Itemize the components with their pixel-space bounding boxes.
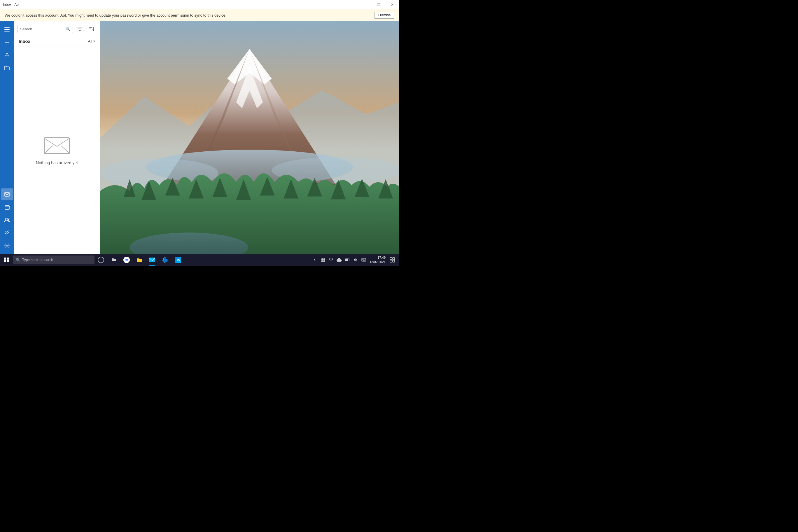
svg-rect-61	[393, 260, 395, 262]
filter-icon-btn[interactable]	[75, 24, 84, 34]
cortana-button[interactable]	[95, 254, 107, 266]
empty-envelope-icon	[44, 135, 70, 156]
taskbar-search[interactable]: 🔍 Type here to search	[13, 255, 95, 264]
svg-rect-55	[363, 260, 364, 261]
mail-window: Inbox - Aol — ❐ ✕ We couldn't access thi…	[0, 0, 399, 254]
svg-rect-47	[323, 260, 325, 262]
search-input[interactable]	[20, 27, 63, 31]
mountain-scene	[100, 21, 399, 254]
folder-nav-icon[interactable]	[1, 62, 13, 74]
notification-message: We couldn't access this account: Aol. Yo…	[5, 13, 226, 18]
search-icon: 🔍	[65, 26, 70, 31]
svg-rect-2	[4, 31, 10, 32]
svg-point-41	[126, 259, 128, 261]
title-bar-controls: — ❐ ✕	[359, 0, 399, 10]
cortana-icon	[98, 256, 104, 263]
svg-rect-58	[390, 258, 392, 260]
taskbar-search-placeholder: Type here to search	[22, 258, 53, 262]
svg-rect-0	[4, 27, 10, 28]
search-box[interactable]: 🔍	[18, 25, 73, 33]
mail-nav-icon[interactable]	[1, 188, 13, 200]
dismiss-button[interactable]: Dismiss	[375, 12, 394, 19]
battery-icon[interactable]	[344, 256, 351, 263]
svg-rect-16	[44, 138, 70, 153]
svg-rect-53	[365, 259, 365, 260]
chrome-icon	[124, 256, 130, 263]
inbox-title: Inbox	[19, 39, 30, 44]
svg-rect-54	[362, 260, 363, 261]
svg-rect-8	[5, 192, 10, 196]
svg-rect-1	[4, 29, 10, 30]
taskbar-settings-icon[interactable]	[319, 256, 326, 263]
svg-rect-59	[393, 258, 395, 260]
svg-rect-46	[321, 260, 323, 262]
main-layout: 🔍 Inbox	[0, 21, 399, 254]
store-app[interactable]: 🛍	[171, 254, 184, 266]
svg-point-13	[5, 218, 7, 220]
maximize-button[interactable]: ❐	[372, 0, 385, 10]
empty-inbox-state: Nothing has arrived yet	[14, 46, 100, 254]
system-clock[interactable]: 17:49 12/02/2021	[368, 255, 387, 265]
svg-rect-9	[5, 206, 10, 209]
svg-rect-57	[363, 261, 365, 261]
notification-center-button[interactable]	[388, 254, 397, 266]
account-icon[interactable]	[1, 49, 13, 61]
start-button[interactable]	[0, 254, 13, 266]
content-area	[100, 21, 399, 254]
cloud-icon[interactable]	[336, 256, 343, 263]
svg-rect-42	[149, 258, 155, 262]
tasks-icon[interactable]	[1, 227, 13, 239]
chrome-app[interactable]	[120, 254, 133, 266]
file-explorer-app[interactable]	[133, 254, 146, 266]
compose-button[interactable]	[1, 36, 13, 48]
svg-rect-52	[363, 259, 364, 260]
keyboard-icon[interactable]	[360, 256, 367, 263]
svg-rect-49	[345, 259, 348, 261]
svg-rect-56	[365, 260, 365, 261]
taskbar-system-tray: ∧	[309, 254, 399, 266]
sidebar-header: 🔍	[14, 21, 100, 36]
svg-rect-45	[323, 258, 325, 260]
store-icon: 🛍	[175, 256, 181, 263]
left-nav	[0, 21, 14, 254]
mail-app-icon	[149, 257, 155, 263]
chevron-up-icon[interactable]: ∧	[311, 256, 318, 263]
svg-rect-60	[390, 260, 392, 262]
close-button[interactable]: ✕	[385, 0, 399, 10]
title-bar-left: Inbox - Aol	[3, 3, 20, 7]
sort-icon-btn[interactable]	[87, 24, 96, 34]
file-explorer-icon	[136, 257, 142, 263]
calendar-icon[interactable]	[1, 201, 13, 213]
settings-icon[interactable]	[1, 240, 13, 251]
wifi-icon[interactable]	[327, 256, 335, 263]
edge-icon	[162, 256, 168, 263]
svg-point-14	[8, 218, 10, 220]
chevron-down-icon: ▾	[93, 39, 95, 43]
taskbar: 🔍 Type here to search	[0, 254, 399, 266]
inbox-header: Inbox All ▾	[14, 36, 100, 46]
title-bar: Inbox - Aol — ❐ ✕	[0, 0, 399, 10]
window-title: Inbox - Aol	[3, 3, 20, 7]
clock-time: 17:49	[377, 255, 385, 260]
svg-point-15	[6, 245, 8, 246]
inbox-filter[interactable]: All ▾	[88, 39, 95, 43]
mountain-background	[100, 21, 399, 254]
windows-logo-icon	[4, 258, 9, 262]
minimize-button[interactable]: —	[359, 0, 372, 10]
task-view-button[interactable]	[107, 254, 120, 266]
sidebar: 🔍 Inbox	[14, 21, 100, 254]
edge-app[interactable]	[159, 254, 171, 266]
clock-date: 12/02/2021	[369, 260, 385, 264]
mail-app[interactable]	[146, 254, 159, 266]
task-view-icon	[112, 259, 116, 261]
svg-rect-51	[362, 259, 363, 260]
menu-icon[interactable]	[1, 24, 13, 35]
volume-icon[interactable]	[352, 256, 359, 263]
empty-inbox-message: Nothing has arrived yet	[36, 160, 78, 165]
svg-rect-44	[321, 258, 323, 260]
people-icon[interactable]	[1, 214, 13, 226]
taskbar-search-icon: 🔍	[16, 258, 20, 262]
notification-bar: We couldn't access this account: Aol. Yo…	[0, 10, 399, 21]
